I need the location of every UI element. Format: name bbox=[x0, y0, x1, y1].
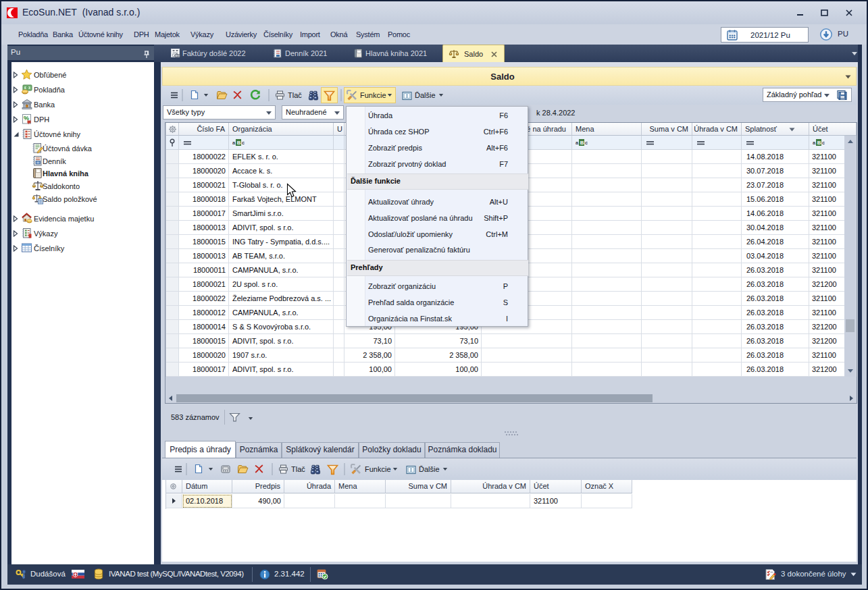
svg-text:c: c bbox=[585, 140, 588, 146]
svg-text:B: B bbox=[817, 140, 821, 146]
svg-text:c: c bbox=[822, 140, 825, 146]
svg-text:c: c bbox=[242, 140, 245, 146]
svg-text:a: a bbox=[576, 140, 579, 146]
svg-text:B: B bbox=[237, 140, 241, 146]
svg-text:a: a bbox=[813, 140, 816, 146]
svg-text:B: B bbox=[580, 140, 584, 146]
svg-text:a: a bbox=[232, 140, 236, 146]
